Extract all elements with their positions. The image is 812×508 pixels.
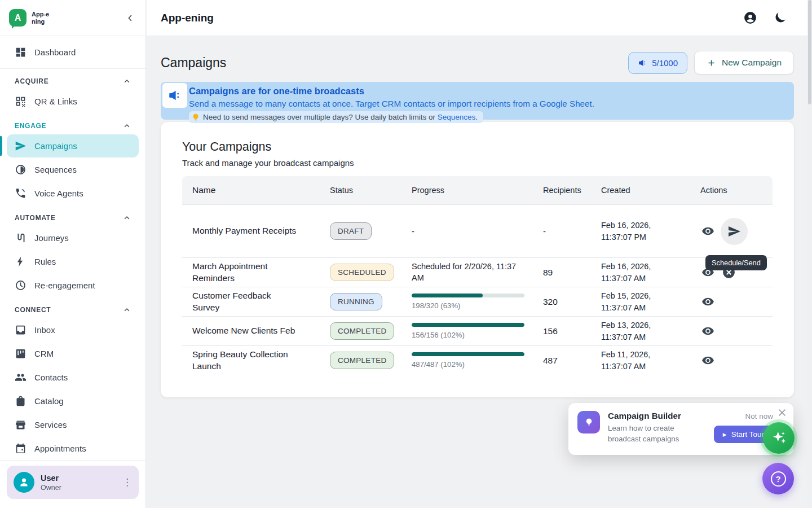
sparkles-icon (770, 430, 787, 446)
eye-icon (701, 295, 714, 308)
status-badge: COMPLETED (330, 352, 394, 369)
lightning-bolt-icon (15, 256, 27, 268)
sequences-link[interactable]: Sequences (438, 113, 476, 121)
banner-tip: Need to send messages over multiple days… (189, 111, 483, 123)
view-button[interactable] (700, 224, 716, 239)
account-circle-icon (743, 11, 757, 25)
popup-close-button[interactable] (778, 409, 786, 417)
created-cell: Feb 16, 2026, 11:37:07 AM (601, 261, 665, 283)
moon-icon (773, 11, 787, 25)
schedule-send-button[interactable] (721, 218, 748, 245)
storefront-icon (15, 419, 27, 431)
sidebar-item-catalog[interactable]: Catalog (7, 389, 139, 413)
progress-bar (412, 294, 524, 297)
banner-title: Campaigns are for one-time broadcasts (189, 86, 786, 97)
campaign-name: Spring Beauty Collection Launch (182, 349, 330, 373)
column-header-progress: Progress (412, 186, 543, 195)
campaign-name: Welcome New Clients Feb (182, 325, 330, 337)
recipients-cell: - (543, 226, 601, 236)
sidebar-item-services[interactable]: Services (7, 413, 139, 436)
recipients-cell: 89 (543, 268, 601, 278)
campaign-name: March Appointment Reminders (182, 261, 330, 284)
scrollbar-thumb[interactable] (808, 0, 811, 104)
recipients-cell: 320 (543, 297, 601, 307)
user-name: User (41, 474, 61, 483)
send-icon (727, 225, 741, 238)
sidebar-dashboard-section: Dashboard (0, 36, 145, 69)
sidebar-section-connect[interactable]: CONNECT (7, 297, 139, 318)
column-header-actions: Actions (700, 186, 773, 195)
user-card[interactable]: User Owner ⋮ (7, 466, 139, 499)
created-cell: Feb 13, 2026, 11:37:07 AM (601, 319, 665, 342)
progress-cell: 198/320 (63%) (412, 294, 524, 310)
sidebar-item-re-engagement[interactable]: Re-engagement (7, 274, 139, 297)
progress-bar-fill (412, 323, 524, 327)
sidebar-item-qr-links[interactable]: QR & Links (7, 90, 139, 113)
ai-assistant-fab[interactable] (763, 422, 795, 454)
section-label-text: ACQUIRE (15, 77, 48, 85)
sidebar-item-journeys[interactable]: Journeys (7, 226, 139, 249)
progress-bar-fill (412, 352, 524, 356)
kanban-board-icon (15, 348, 27, 360)
progress-cell: 156/156 (102%) (412, 323, 524, 339)
tip-suffix: . (475, 113, 478, 121)
account-button[interactable] (743, 11, 757, 25)
status-badge: COMPLETED (330, 322, 394, 340)
status-badge: SCHEDULED (330, 264, 394, 281)
lightbulb-icon (192, 113, 200, 121)
status-badge: DRAFT (330, 222, 372, 240)
progress-cell: Scheduled for 2/20/26, 11:37 AM (412, 261, 529, 283)
campaigns-card-subtitle: Track and manage your broadcast campaign… (182, 158, 773, 168)
close-icon (778, 409, 786, 417)
campaign-name: Customer Feedback Survey (182, 290, 330, 314)
created-cell: Feb 15, 2026, 11:37:07 AM (601, 290, 665, 313)
sidebar-item-voice-agents[interactable]: Voice Agents (7, 182, 139, 205)
progress-label: 156/156 (102%) (412, 331, 524, 339)
sidebar-item-inbox[interactable]: Inbox (7, 318, 139, 341)
table-row: Welcome New Clients Feb COMPLETED 156/15… (182, 316, 773, 345)
campaign-builder-popup: Campaign Builder Learn how to create bro… (568, 403, 793, 455)
section-label-text: ENGAGE (15, 122, 46, 130)
sidebar-section-automate[interactable]: AUTOMATE (7, 205, 139, 226)
sidebar-item-label: CRM (34, 349, 54, 358)
user-menu-kebab-icon[interactable]: ⋮ (122, 478, 132, 487)
sidebar-item-contacts[interactable]: Contacts (7, 366, 139, 389)
not-now-button[interactable]: Not now (745, 412, 773, 421)
sidebar-collapse-button[interactable] (125, 13, 135, 23)
sidebar-item-sequences[interactable]: Sequences (7, 158, 139, 181)
plus-icon (707, 58, 716, 68)
dark-mode-toggle[interactable] (773, 11, 787, 25)
calendar-icon (15, 443, 27, 454)
schedule-send-tooltip: Schedule/Send (705, 255, 767, 270)
app-logo-icon: A (9, 9, 27, 27)
campaign-quota-badge[interactable]: 5/1000 (628, 52, 687, 74)
user-role: Owner (41, 484, 61, 492)
start-tour-label: Start Tour (731, 430, 764, 439)
sidebar: A App-ening Dashboard ACQUIRE QR & Links (0, 0, 146, 508)
sidebar-item-label: Inbox (34, 325, 55, 335)
banner-icon-box (162, 83, 187, 108)
actions-cell (700, 294, 773, 309)
sidebar-item-label: Contacts (34, 373, 68, 382)
sidebar-item-campaigns[interactable]: Campaigns (7, 134, 139, 157)
table-row: Spring Beauty Collection Launch COMPLETE… (182, 345, 773, 375)
new-campaign-button[interactable]: New Campaign (694, 51, 794, 75)
sidebar-item-appointments[interactable]: Appointments (7, 437, 139, 460)
sidebar-section-engage[interactable]: ENGAGE (7, 113, 139, 134)
eye-icon (701, 225, 714, 238)
new-campaign-label: New Campaign (722, 58, 782, 68)
sidebar-item-dashboard[interactable]: Dashboard (7, 41, 139, 64)
sidebar-section-acquire[interactable]: ACQUIRE (7, 69, 139, 89)
table-row: Customer Feedback Survey RUNNING 198/320… (182, 287, 773, 316)
sidebar-item-rules[interactable]: Rules (7, 250, 139, 273)
page-scrollbar[interactable] (807, 0, 812, 508)
sidebar-item-crm[interactable]: CRM (7, 342, 139, 365)
progress-bar-fill (412, 294, 483, 297)
sidebar-logo-row: A App-ening (0, 0, 145, 36)
help-fab[interactable]: ? (762, 463, 794, 494)
view-button[interactable] (700, 323, 716, 339)
view-button[interactable] (700, 353, 716, 368)
campaigns-card: Your Campaigns Track and manage your bro… (161, 122, 794, 397)
view-button[interactable] (700, 294, 716, 309)
app-title: App-ening (161, 12, 214, 24)
